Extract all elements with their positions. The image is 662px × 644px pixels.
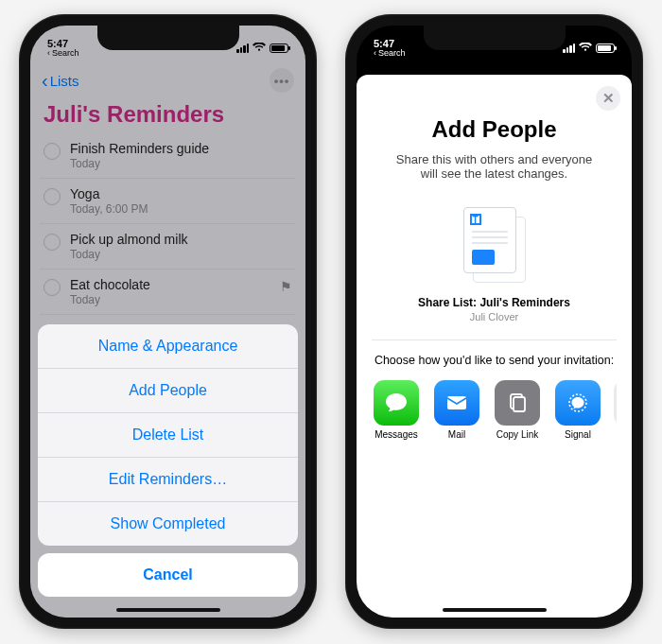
phone-left: 5:47 ‹ Search ‹ Lists (19, 14, 317, 629)
notch (97, 26, 239, 50)
modal-title: Add People (372, 116, 617, 143)
breadcrumb-search[interactable]: ‹ Search (374, 49, 406, 58)
svg-rect-0 (447, 396, 466, 409)
chevron-left-icon: ‹ (374, 49, 376, 58)
app-messages[interactable]: Messages (372, 380, 421, 440)
action-sheet: Name & Appearance Add People Delete List… (30, 317, 305, 618)
sheet-show-completed[interactable]: Show Completed (38, 501, 298, 546)
app-partial[interactable]: Te (614, 380, 617, 440)
app-picker[interactable]: Messages Mail Copy Link (372, 380, 617, 440)
app-label: Mail (448, 429, 465, 440)
invitation-label: Choose how you'd like to send your invit… (372, 354, 617, 367)
sheet-cancel[interactable]: Cancel (38, 553, 298, 597)
app-mail[interactable]: Mail (432, 380, 481, 440)
svg-rect-2 (514, 397, 525, 411)
cellular-signal-icon (563, 44, 575, 53)
messages-icon (374, 380, 419, 426)
screen: 5:47 ‹ Search ‹ Lists (30, 26, 305, 618)
modal-subtitle: Share this with others and everyone will… (391, 152, 598, 181)
close-button[interactable]: ✕ (596, 86, 620, 111)
copy-link-icon (495, 380, 540, 426)
status-icons (563, 43, 615, 54)
sheet-name-appearance[interactable]: Name & Appearance (38, 324, 298, 368)
app-label: Copy Link (496, 429, 538, 440)
app-signal[interactable]: Signal (553, 380, 602, 440)
app-partial-icon (614, 380, 617, 426)
signal-icon (555, 380, 601, 426)
phone-right: 5:47 ‹ Search ✕ Add People Sh (345, 14, 643, 629)
share-list-name: Share List: Juli's Reminders (372, 296, 617, 309)
invitation-row: Choose how you'd like to send your invit… (372, 339, 617, 440)
sheet-delete-list[interactable]: Delete List (38, 412, 298, 457)
app-label: Messages (375, 429, 418, 440)
home-indicator[interactable] (443, 608, 547, 612)
battery-icon (596, 44, 615, 53)
notch (424, 26, 566, 50)
home-indicator[interactable] (116, 608, 220, 612)
close-icon: ✕ (602, 90, 615, 107)
sheet-add-people[interactable]: Add People (38, 368, 298, 412)
app-label: Signal (565, 429, 591, 440)
sheet-edit-reminders[interactable]: Edit Reminders… (38, 457, 298, 501)
app-copy-link[interactable]: Copy Link (493, 380, 542, 440)
mail-icon (434, 380, 479, 426)
share-modal: ✕ Add People Share this with others and … (357, 75, 632, 618)
share-owner: Juli Clover (372, 311, 617, 322)
screen: 5:47 ‹ Search ✕ Add People Sh (357, 26, 632, 618)
document-icon: T (372, 207, 617, 283)
wifi-icon (579, 43, 592, 54)
